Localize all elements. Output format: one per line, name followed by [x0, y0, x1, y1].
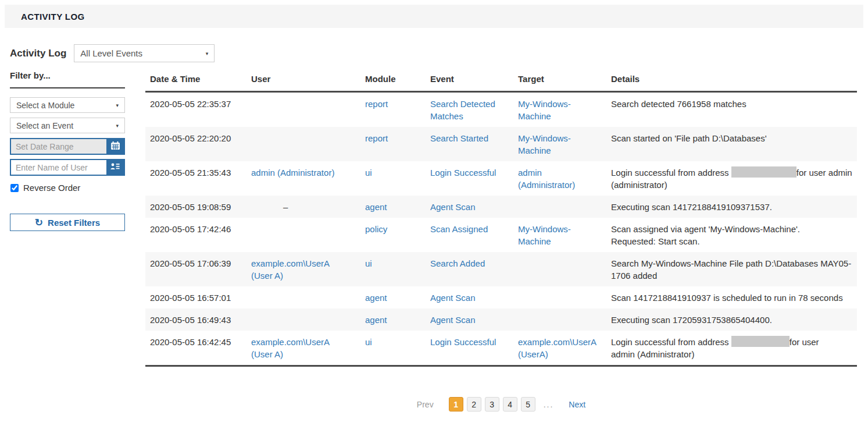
event-link[interactable]: Search Started: [430, 133, 488, 143]
chevron-down-icon: ▾: [206, 51, 209, 56]
module-link[interactable]: ui: [365, 258, 372, 268]
module-link[interactable]: report: [365, 99, 388, 109]
module-link[interactable]: ui: [365, 168, 372, 178]
cell-module: agent: [360, 196, 426, 218]
target-link[interactable]: My-Windows-Machine: [518, 99, 571, 121]
next-page-button[interactable]: Next: [569, 400, 585, 409]
cell-event: Agent Scan: [426, 286, 513, 308]
target-link[interactable]: admin (Administrator): [518, 168, 575, 190]
user-link[interactable]: example.com\UserA (User A): [251, 258, 329, 281]
page-title: Activity Log: [10, 48, 66, 59]
cell-user: [247, 286, 360, 308]
cell-details: Executing scan 17205931753865404400.: [606, 308, 857, 331]
cell-datetime: 2020-05-05 16:57:01: [145, 286, 247, 308]
module-link[interactable]: agent: [365, 293, 387, 303]
table-row: 2020-05-05 16:42:45example.com\UserA (Us…: [145, 331, 857, 366]
page-button-4[interactable]: 4: [503, 397, 517, 412]
module-link[interactable]: report: [365, 133, 388, 143]
event-link[interactable]: Agent Scan: [430, 293, 476, 303]
target-link[interactable]: My-Windows-Machine: [518, 224, 571, 246]
cell-user: admin (Administrator): [247, 161, 360, 196]
page-button-1[interactable]: 1: [449, 397, 463, 412]
cell-user: –: [247, 196, 360, 218]
cell-event: Agent Scan: [426, 308, 513, 331]
table-row: 2020-05-05 22:35:37reportSearch Detected…: [145, 92, 857, 127]
cell-event: Search Started: [426, 127, 513, 161]
target-link[interactable]: example.com\UserA (UserA): [518, 337, 596, 359]
cell-target: example.com\UserA (UserA): [513, 331, 606, 366]
table-row: 2020-05-05 17:42:46policyScan AssignedMy…: [145, 218, 857, 252]
cell-datetime: 2020-05-05 16:49:43: [145, 308, 247, 331]
table-row: 2020-05-05 21:35:43admin (Administrator)…: [145, 161, 857, 196]
column-header-target: Target: [513, 70, 606, 92]
event-link[interactable]: Search Added: [430, 258, 485, 268]
calendar-icon: [111, 141, 120, 151]
cell-datetime: 2020-05-05 16:42:45: [145, 331, 247, 366]
cell-target: admin (Administrator): [513, 161, 606, 196]
user-link[interactable]: example.com\UserA (User A): [251, 337, 329, 359]
cell-event: Login Successful: [426, 331, 513, 366]
column-header-details: Details: [606, 70, 857, 92]
cell-details: Login successful from address for user a…: [606, 161, 857, 196]
user-lookup-button[interactable]: [106, 160, 124, 175]
prev-page-button[interactable]: Prev: [417, 400, 434, 409]
date-range-input[interactable]: [11, 139, 106, 154]
event-link[interactable]: Login Successful: [430, 168, 496, 178]
cell-details: Scan assigned via agent 'My-Windows-Mach…: [606, 218, 857, 252]
event-link[interactable]: Agent Scan: [430, 315, 476, 325]
table-row: 2020-05-05 16:49:43agentAgent ScanExecut…: [145, 308, 857, 331]
event-link[interactable]: Login Successful: [430, 337, 496, 347]
cell-target: My-Windows-Machine: [513, 127, 606, 161]
cell-user: [247, 218, 360, 252]
activity-table-body: 2020-05-05 22:35:37reportSearch Detected…: [145, 92, 857, 366]
cell-details: Scan 1417218841910937 is scheduled to ru…: [606, 286, 857, 308]
column-header-datetime: Date & Time: [145, 70, 247, 92]
reset-filters-label: Reset Filters: [48, 218, 100, 228]
level-filter-select[interactable]: All Level Events ▾: [74, 44, 215, 62]
module-link[interactable]: ui: [365, 337, 372, 347]
page-button-3[interactable]: 3: [485, 397, 499, 412]
module-link[interactable]: agent: [365, 315, 387, 325]
top-header-bar: ACTIVITY LOG: [5, 5, 863, 28]
user-link[interactable]: admin (Administrator): [251, 168, 334, 178]
refresh-icon: ↻: [35, 218, 43, 228]
cell-module: agent: [360, 286, 426, 308]
target-link[interactable]: My-Windows-Machine: [518, 133, 571, 155]
app-title: ACTIVITY LOG: [21, 12, 85, 22]
cell-target: [513, 286, 606, 308]
module-link[interactable]: agent: [365, 202, 387, 212]
column-header-event: Event: [426, 70, 513, 92]
event-select[interactable]: Select an Event ▾: [10, 118, 125, 133]
calendar-button[interactable]: [106, 139, 124, 154]
filter-sidebar: Filter by... Select a Module ▾ Select an…: [10, 70, 125, 412]
page-button-5[interactable]: 5: [521, 397, 535, 412]
cell-datetime: 2020-05-05 22:20:20: [145, 127, 247, 161]
title-row: Activity Log All Level Events ▾: [10, 44, 868, 62]
user-name-input[interactable]: [11, 160, 106, 175]
cell-event: Scan Assigned: [426, 218, 513, 252]
table-row: 2020-05-05 17:06:39example.com\UserA (Us…: [145, 252, 857, 286]
user-list-icon: [110, 163, 120, 172]
reverse-order-row: Reverse Order: [10, 183, 125, 193]
event-link[interactable]: Scan Assigned: [430, 224, 488, 234]
cell-event: Search Detected Matches: [426, 92, 513, 127]
user-dash: –: [283, 202, 288, 212]
level-filter-value: All Level Events: [80, 48, 142, 58]
module-select[interactable]: Select a Module ▾: [10, 97, 125, 113]
event-link[interactable]: Agent Scan: [430, 202, 476, 212]
cell-datetime: 2020-05-05 19:08:59: [145, 196, 247, 218]
filter-heading: Filter by...: [10, 70, 125, 88]
column-header-module: Module: [360, 70, 426, 92]
cell-user: [247, 308, 360, 331]
pagination: Prev 12345 ... Next: [145, 397, 857, 412]
module-link[interactable]: policy: [365, 224, 387, 234]
page-button-2[interactable]: 2: [467, 397, 481, 412]
table-header-row: Date & Time User Module Event Target Det…: [145, 70, 857, 92]
cell-module: report: [360, 127, 426, 161]
event-link[interactable]: Search Detected Matches: [430, 99, 495, 121]
reverse-order-checkbox[interactable]: [10, 184, 19, 192]
cell-target: [513, 196, 606, 218]
cell-target: [513, 308, 606, 331]
activity-table-area: Date & Time User Module Event Target Det…: [145, 70, 857, 412]
reset-filters-button[interactable]: ↻ Reset Filters: [10, 214, 125, 231]
